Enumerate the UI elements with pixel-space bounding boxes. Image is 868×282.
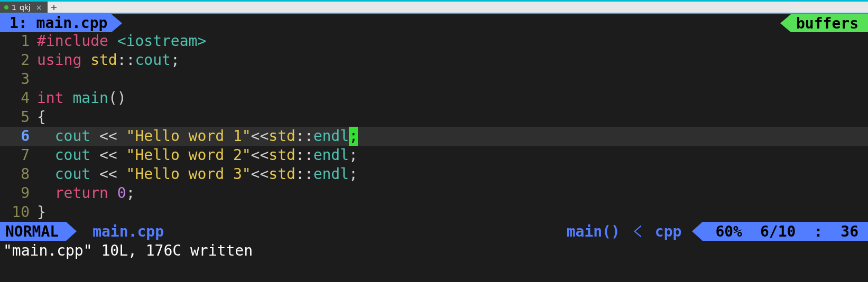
token: std xyxy=(90,51,117,70)
token: return xyxy=(55,184,117,203)
code-line[interactable]: 7 cout << "Hello word 2"<<std::endl; xyxy=(0,146,868,165)
token: std xyxy=(269,146,296,165)
token: ; xyxy=(126,184,135,203)
code-line[interactable]: 3 xyxy=(0,70,868,89)
token: 0 xyxy=(117,184,126,203)
status-context: main() cpp xyxy=(567,223,703,240)
status-line-count: 6/10 xyxy=(760,223,796,240)
cursor-block: ; xyxy=(349,127,358,146)
token: cout xyxy=(55,127,90,146)
buffer-filename: main.cpp xyxy=(36,14,108,32)
code-content[interactable]: cout << "Hello word 3"<<std::endl; xyxy=(37,165,868,184)
code-content[interactable]: int main() xyxy=(37,89,868,108)
token xyxy=(37,165,55,184)
line-number: 9 xyxy=(0,184,37,203)
token: cout xyxy=(55,146,90,165)
token: ; xyxy=(349,165,358,184)
status-percent: 60% xyxy=(715,223,742,240)
token: << xyxy=(90,127,126,146)
code-editor[interactable]: 1#include <iostream>2using std::cout;34i… xyxy=(0,32,868,222)
command-line[interactable]: "main.cpp" 10L, 176C written xyxy=(0,241,868,260)
code-content[interactable]: return 0; xyxy=(37,184,868,203)
close-icon[interactable]: × xyxy=(36,3,42,12)
token: main xyxy=(72,89,108,108)
buffers-label[interactable]: buffers xyxy=(791,14,868,32)
code-content[interactable]: } xyxy=(37,203,868,222)
token: cout xyxy=(135,51,170,70)
active-dot-icon xyxy=(4,5,8,10)
buffer-index: 1: xyxy=(10,14,27,32)
window-tab-bar: 1 qkj × + xyxy=(0,0,868,13)
token: #include xyxy=(37,32,117,51)
code-line[interactable]: 9 return 0; xyxy=(0,184,868,203)
token: :: xyxy=(117,51,135,70)
token: << xyxy=(251,165,269,184)
token: std xyxy=(269,127,296,146)
code-line[interactable]: 10} xyxy=(0,203,868,222)
token: { xyxy=(37,108,46,127)
token: endl xyxy=(313,146,349,165)
code-line-cursor[interactable]: 6 cout << "Hello word 1"<<std::endl; xyxy=(0,127,868,146)
token: endl xyxy=(313,127,349,146)
token xyxy=(37,127,55,146)
token: << xyxy=(90,146,126,165)
code-content[interactable]: cout << "Hello word 1"<<std::endl; xyxy=(37,127,868,146)
token: using xyxy=(37,51,90,70)
buffer-line: 1: main.cpp buffers xyxy=(0,13,868,32)
line-number: 1 xyxy=(0,32,37,51)
token: "Hello word 2" xyxy=(126,146,251,165)
status-func: main() xyxy=(567,223,620,240)
code-content[interactable]: cout << "Hello word 2"<<std::endl; xyxy=(37,146,868,165)
code-line[interactable]: 5{ xyxy=(0,108,868,127)
token xyxy=(37,184,55,203)
chevron-left-icon xyxy=(634,225,641,238)
token: <iostream> xyxy=(117,32,207,51)
line-number: 8 xyxy=(0,165,37,184)
token: cout xyxy=(55,165,90,184)
line-number: 6 xyxy=(0,127,37,146)
token: endl xyxy=(313,165,349,184)
mode-indicator: NORMAL xyxy=(0,222,66,241)
window-tab-title: qkj xyxy=(20,3,31,12)
token: int xyxy=(37,89,72,108)
code-line[interactable]: 4int main() xyxy=(0,89,868,108)
line-number: 4 xyxy=(0,89,37,108)
token: << xyxy=(251,146,269,165)
code-content[interactable]: { xyxy=(37,108,868,127)
code-content[interactable]: #include <iostream> xyxy=(37,32,868,51)
token: std xyxy=(269,165,296,184)
code-content[interactable]: using std::cout; xyxy=(37,51,868,70)
token: } xyxy=(37,203,46,222)
line-number: 10 xyxy=(0,203,37,222)
token: << xyxy=(251,127,269,146)
window-tab-index: 1 xyxy=(12,3,16,12)
line-number: 3 xyxy=(0,70,37,89)
token: "Hello word 3" xyxy=(126,165,251,184)
buffer-tab-active[interactable]: 1: main.cpp xyxy=(0,14,112,32)
token: ; xyxy=(171,51,180,70)
token xyxy=(37,146,55,165)
token: << xyxy=(90,165,126,184)
token: :: xyxy=(296,127,313,146)
line-number: 5 xyxy=(0,108,37,127)
status-filetype: cpp xyxy=(655,223,682,240)
code-line[interactable]: 1#include <iostream> xyxy=(0,32,868,51)
window-tab-active[interactable]: 1 qkj × xyxy=(0,2,48,13)
token: () xyxy=(108,89,126,108)
plus-icon: + xyxy=(50,2,57,12)
code-line[interactable]: 2using std::cout; xyxy=(0,51,868,70)
status-filename: main.cpp xyxy=(93,223,164,240)
status-position: 60% 6/10 : 36 xyxy=(703,222,868,241)
code-line[interactable]: 8 cout << "Hello word 3"<<std::endl; xyxy=(0,165,868,184)
token: ; xyxy=(349,146,358,165)
status-col-sep: : xyxy=(814,223,823,240)
new-tab-button[interactable]: + xyxy=(48,2,61,13)
status-line: NORMAL main.cpp main() cpp 60% 6/10 : 36 xyxy=(0,222,868,241)
token: :: xyxy=(296,146,313,165)
line-number: 7 xyxy=(0,146,37,165)
status-col: 36 xyxy=(841,223,858,240)
line-number: 2 xyxy=(0,51,37,70)
token: :: xyxy=(296,165,313,184)
token: "Hello word 1" xyxy=(126,127,251,146)
